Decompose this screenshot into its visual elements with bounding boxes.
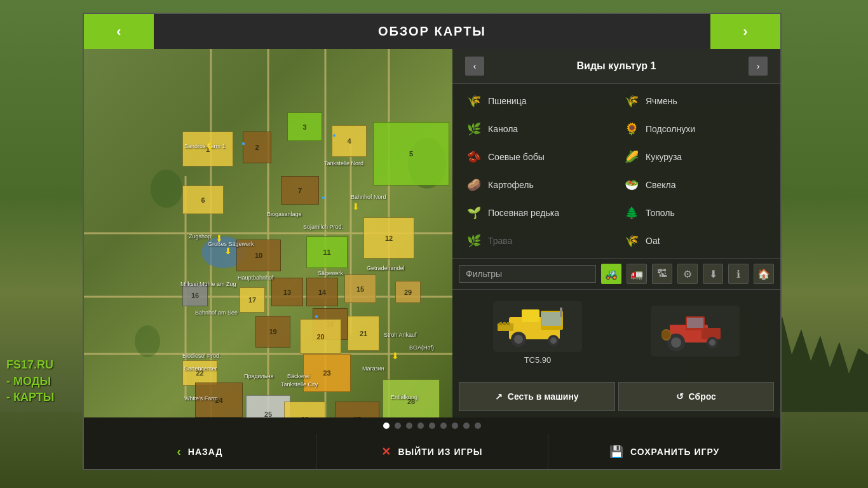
exit-icon: ✕ (381, 445, 391, 459)
filter-btn-truck[interactable]: 🚛 (627, 264, 647, 284)
pagination (84, 417, 780, 434)
svg-point-10 (550, 337, 557, 344)
header: ‹ ОБЗОР КАРТЫ › (84, 14, 780, 49)
map-label-3: Sojamilch Prod. (303, 224, 343, 230)
pagination-dot-7[interactable] (463, 423, 470, 429)
baler-svg (660, 309, 730, 353)
filter-btn-tractor[interactable]: 🚜 (601, 264, 621, 284)
svg-point-22 (709, 339, 715, 346)
culture-name-radish: Посевная редька (488, 208, 559, 218)
filter-btn-home[interactable]: 🏠 (754, 264, 774, 284)
map-label-0: Sandros Farm 1 (184, 143, 226, 149)
culture-icon-oat: 🌾 (623, 232, 641, 250)
pagination-dot-4[interactable] (429, 423, 435, 429)
pagination-dot-6[interactable] (452, 423, 458, 429)
map-area: 1234567101112131415171618192021222324252… (84, 49, 452, 417)
culture-item-oat[interactable]: 🌾 Oat (616, 227, 774, 255)
board-icon: ↗ (495, 391, 503, 402)
culture-item-grass[interactable]: 🌿 Трава (459, 227, 616, 255)
right-panel: ‹ Виды культур 1 › 🌾 Пшеница 🌾 Ячмень 🌿 … (452, 49, 780, 417)
culture-icon-canola: 🌿 (465, 120, 483, 138)
culture-name-beet: Свекла (646, 180, 675, 190)
pagination-dot-2[interactable] (406, 423, 412, 429)
map-label-12: Stroh Ankauf (384, 332, 417, 338)
bottom-nav: ‹ НАЗАД ✕ ВЫЙТИ ИЗ ИГРЫ 💾 СОХРАНИТЬ ИГРУ (84, 434, 780, 469)
board-vehicle-button[interactable]: ↗ Сесть в машину (459, 382, 615, 411)
pagination-dot-1[interactable] (395, 423, 401, 429)
save-button[interactable]: 💾 СОХРАНИТЬ ИГРУ (548, 434, 780, 469)
filter-btn-download[interactable]: ⬇ (703, 264, 723, 284)
exit-button[interactable]: ✕ ВЫЙТИ ИЗ ИГРЫ (316, 434, 549, 469)
svg-rect-14 (507, 322, 510, 325)
vehicle-image-1 (493, 301, 582, 352)
map-label-10: Milksei Mühle am Zug (180, 281, 236, 287)
culture-name-soy: Соевые бобы (488, 152, 545, 162)
culture-icon-poplar: 🌲 (623, 204, 641, 222)
culture-item-potato[interactable]: 🥔 Картофель (459, 171, 616, 199)
page-title: ОБЗОР КАРТЫ (154, 24, 710, 39)
map-label-16: Gartencenter (184, 365, 217, 372)
culture-item-sunflower[interactable]: 🌻 Подсолнухи (616, 115, 774, 143)
culture-name-oat: Oat (646, 236, 660, 246)
map-pin-0: ⬇ (206, 141, 214, 151)
next-nav-button[interactable]: › (710, 14, 780, 49)
board-label: Сесть в машину (508, 391, 579, 402)
map-label-20: White's Farm (184, 395, 218, 402)
reset-button[interactable]: ↺ Сброс (618, 382, 775, 411)
map-label-15: Магазин (362, 365, 384, 372)
reset-icon: ↺ (676, 391, 684, 402)
culture-item-poplar[interactable]: 🌲 Тополь (616, 199, 774, 227)
culture-icon-beet: 🥗 (623, 176, 641, 194)
map-label-21: Entlalkung (391, 394, 417, 400)
back-button[interactable]: ‹ НАЗАД (84, 434, 316, 469)
map-pin-3: ● (322, 194, 325, 201)
map-label-11: Bahnhof am See (195, 309, 238, 316)
culture-icon-corn: 🌽 (623, 148, 641, 166)
culture-icon-radish: 🌱 (465, 204, 483, 222)
culture-name-corn: Кукуруза (646, 152, 682, 162)
reset-label: Сброс (689, 391, 716, 402)
culture-item-corn[interactable]: 🌽 Кукуруза (616, 143, 774, 171)
filter-btn-gear[interactable]: ⚙ (677, 264, 698, 284)
culture-item-soy[interactable]: 🫘 Соевые бобы (459, 143, 616, 171)
filter-btn-crane[interactable]: 🏗 (652, 264, 672, 284)
map-pin-4: ⬇ (352, 201, 360, 212)
culture-item-radish[interactable]: 🌱 Посевная редька (459, 199, 616, 227)
culture-name-wheat: Пшеница (488, 96, 526, 106)
vehicle-slot-2 (651, 306, 740, 360)
harvester-svg (496, 304, 579, 349)
culture-icon-soy: 🫘 (465, 148, 483, 166)
culture-item-beet[interactable]: 🥗 Свекла (616, 171, 774, 199)
culture-item-canola[interactable]: 🌿 Канола (459, 115, 616, 143)
pagination-dot-0[interactable] (383, 423, 390, 429)
vehicle-image-2 (651, 306, 740, 356)
pagination-dot-5[interactable] (440, 423, 447, 429)
filter-btn-info[interactable]: ℹ (728, 264, 749, 284)
culture-icon-potato: 🥔 (465, 176, 483, 194)
svg-rect-12 (499, 322, 502, 325)
back-label: НАЗАД (188, 447, 223, 457)
filter-row: Фильтры 🚜 🚛 🏗 ⚙ ⬇ ℹ 🏠 (452, 258, 780, 290)
map-pin-8: ⬇ (391, 351, 399, 361)
culture-name-canola: Канола (488, 124, 518, 134)
cultures-next-button[interactable]: › (749, 57, 768, 76)
map-pin-2: ● (332, 132, 336, 139)
pagination-dot-3[interactable] (417, 423, 424, 429)
main-panel: ‹ ОБЗОР КАРТЫ › (83, 13, 782, 470)
culture-item-barley[interactable]: 🌾 Ячмень (616, 87, 774, 115)
culture-item-wheat[interactable]: 🌾 Пшеница (459, 87, 616, 115)
save-label: СОХРАНИТЬ ИГРУ (630, 447, 719, 457)
map-label-5: Zugshop (189, 233, 211, 240)
map-pin-5: ⬇ (215, 233, 223, 243)
map-label-19: Tankstelle City (281, 381, 318, 388)
pagination-dot-8[interactable] (475, 423, 481, 429)
map-pin-6: ⬇ (224, 246, 232, 256)
watermark: FS17.RU - МОДЫ - КАРТЫ (6, 357, 54, 405)
map-label-17: Bäckerei (287, 373, 309, 379)
back-icon: ‹ (177, 444, 182, 459)
svg-rect-24 (687, 318, 703, 328)
prev-nav-button[interactable]: ‹ (84, 14, 154, 49)
filter-label: Фильтры (459, 265, 596, 283)
content-area: 1234567101112131415171618192021222324252… (84, 49, 780, 417)
cultures-prev-button[interactable]: ‹ (465, 57, 484, 76)
